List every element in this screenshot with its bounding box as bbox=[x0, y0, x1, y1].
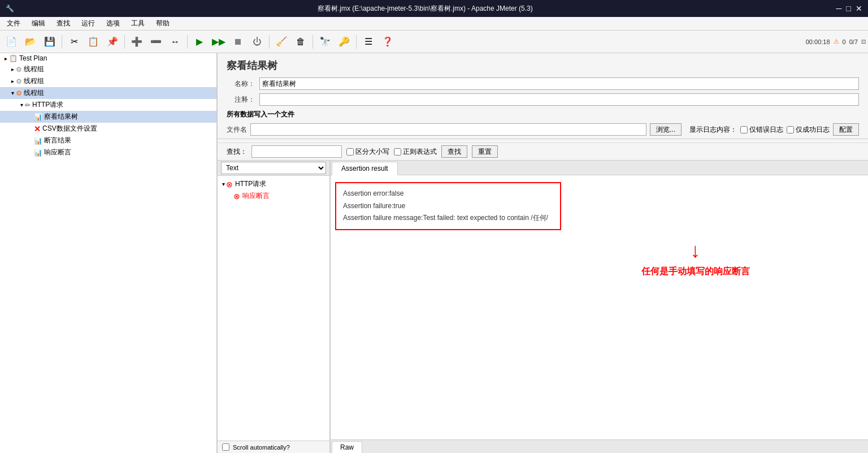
sidebar-item-httprequest[interactable]: ▾ ✏ HTTP请求 bbox=[0, 99, 216, 111]
sidebar-item-responseassertion[interactable]: ▸ 📊 响应断言 bbox=[0, 146, 216, 158]
error-log-label: 仅错误日志 bbox=[749, 125, 783, 135]
name-row: 名称： bbox=[218, 76, 868, 92]
sidebar-item-threadgroup2[interactable]: ▸ ⚙ 线程组 bbox=[0, 75, 216, 87]
tab-raw[interactable]: Raw bbox=[332, 441, 362, 453]
threadgroup3-icon: ⚙ bbox=[16, 89, 22, 97]
browse-button[interactable]: 浏览... bbox=[650, 123, 682, 136]
annotation-arrow-icon: ↓ bbox=[691, 238, 701, 262]
expand-threadgroup1[interactable]: ▸ bbox=[9, 66, 16, 72]
collapse-button[interactable]: ➖ bbox=[147, 33, 165, 51]
expand-testplan[interactable]: ▸ bbox=[2, 55, 9, 62]
shutdown-button[interactable]: ⏻ bbox=[248, 33, 266, 51]
cut-button[interactable]: ✂ bbox=[65, 33, 83, 51]
assertion-line-3: Assertion failure message:Test failed: t… bbox=[343, 212, 553, 225]
success-log-checkbox[interactable] bbox=[787, 126, 794, 133]
new-button[interactable]: 📄 bbox=[2, 33, 20, 51]
result-tree-dropdown[interactable]: Text RegExp Tester CSS/JQuery Tester XPa… bbox=[221, 162, 326, 174]
run-button[interactable]: ▶ bbox=[190, 33, 209, 51]
menu-file[interactable]: 文件 bbox=[2, 18, 25, 29]
error-log-checkbox[interactable] bbox=[740, 126, 748, 133]
run-no-pause-button[interactable]: ▶▶ bbox=[210, 33, 228, 51]
assertion-error-icon: ⊗ bbox=[233, 192, 240, 201]
detail-tabs: Assertion result bbox=[331, 161, 868, 175]
sidebar-item-threadgroup1[interactable]: ▸ ⚙ 线程组 bbox=[0, 63, 216, 75]
paste-button[interactable]: 📌 bbox=[103, 33, 121, 51]
maximize-button[interactable]: □ bbox=[847, 4, 851, 13]
file-input[interactable] bbox=[250, 123, 646, 136]
httprequest-icon: ✏ bbox=[25, 101, 31, 109]
save-button[interactable]: 💾 bbox=[41, 33, 59, 51]
success-log-label: 仅成功日志 bbox=[796, 125, 830, 135]
error-counter: 0 bbox=[843, 38, 846, 45]
threadgroup2-icon: ⚙ bbox=[16, 77, 22, 85]
expand-threadgroup2[interactable]: ▸ bbox=[9, 78, 16, 84]
close-button[interactable]: ✕ bbox=[856, 4, 862, 13]
file-row: 文件名 浏览... 显示日志内容： 仅错误日志 仅成功日志 配置 bbox=[218, 122, 868, 137]
name-input[interactable] bbox=[259, 77, 859, 90]
expand-threadgroup3[interactable]: ▾ bbox=[9, 90, 16, 96]
case-sensitive-checkbox[interactable] bbox=[346, 148, 354, 156]
config-button[interactable]: 配置 bbox=[833, 123, 859, 136]
open-button[interactable]: 📂 bbox=[21, 33, 40, 51]
panel-title: 察看结果树 bbox=[218, 53, 868, 76]
http-error-icon: ⊗ bbox=[226, 180, 233, 189]
search-button[interactable]: 查找 bbox=[441, 145, 467, 158]
divider bbox=[218, 139, 868, 139]
regex-label[interactable]: 正则表达式 bbox=[394, 147, 437, 157]
threadgroup1-label: 线程组 bbox=[24, 64, 44, 74]
expand-httprequest[interactable]: ▾ bbox=[18, 102, 25, 108]
resize-handle[interactable]: ⊡ bbox=[861, 38, 866, 45]
menu-run[interactable]: 运行 bbox=[77, 18, 99, 29]
warning-icon: ⚠ bbox=[834, 38, 839, 45]
copy-button[interactable]: 📋 bbox=[84, 33, 102, 51]
success-log-checkbox-label[interactable]: 仅成功日志 bbox=[787, 125, 830, 135]
assertion-line-1: Assertion error:false bbox=[343, 188, 553, 200]
comment-input[interactable] bbox=[259, 93, 859, 106]
help-button[interactable]: ❓ bbox=[379, 33, 397, 51]
menu-edit[interactable]: 编辑 bbox=[27, 18, 50, 29]
stop-button[interactable]: ⏹ bbox=[229, 33, 247, 51]
search-label: 查找： bbox=[227, 147, 247, 157]
expand-http-icon[interactable]: ▾ bbox=[222, 181, 225, 187]
case-sensitive-label[interactable]: 区分大小写 bbox=[346, 147, 389, 157]
regex-checkbox[interactable] bbox=[394, 148, 401, 156]
result-tree-header: Text RegExp Tester CSS/JQuery Tester XPa… bbox=[218, 161, 329, 176]
result-item-responseassertion[interactable]: ⊗ 响应断言 bbox=[218, 190, 329, 202]
scroll-checkbox[interactable] bbox=[222, 443, 229, 451]
toolbar-separator-4 bbox=[269, 35, 270, 49]
sidebar-item-viewresulttree[interactable]: ▸ 📊 察看结果树 bbox=[0, 111, 216, 123]
enable-button[interactable]: ↔ bbox=[166, 33, 184, 51]
threadgroup1-icon: ⚙ bbox=[16, 66, 22, 74]
name-label: 名称： bbox=[227, 79, 255, 89]
csvconfig-label: CSV数据文件设置 bbox=[42, 124, 97, 133]
sidebar-item-assertionresult[interactable]: ▸ 📊 断言结果 bbox=[0, 135, 216, 146]
tab-assertion-result[interactable]: Assertion result bbox=[332, 162, 398, 175]
annotation-area: ↓ 任何是手动填写的响应断言 bbox=[527, 238, 863, 278]
menu-options[interactable]: 选项 bbox=[102, 18, 124, 29]
sidebar-item-threadgroup3[interactable]: ▾ ⚙ 线程组 bbox=[0, 87, 216, 99]
sidebar-item-testplan[interactable]: ▸ 📋 Test Plan bbox=[0, 53, 216, 63]
menu-help[interactable]: 帮助 bbox=[151, 18, 174, 29]
search-input[interactable] bbox=[251, 145, 342, 158]
threadgroup3-label: 线程组 bbox=[24, 88, 44, 98]
expand-button[interactable]: ➕ bbox=[128, 33, 146, 51]
reset-button[interactable]: 重置 bbox=[472, 145, 498, 158]
minimize-button[interactable]: ─ bbox=[836, 4, 842, 13]
error-log-checkbox-label[interactable]: 仅错误日志 bbox=[740, 125, 783, 135]
menu-tools[interactable]: 工具 bbox=[127, 18, 149, 29]
scroll-label: Scroll automatically? bbox=[233, 444, 290, 451]
key-button[interactable]: 🔑 bbox=[335, 33, 353, 51]
list-button[interactable]: ☰ bbox=[359, 33, 377, 51]
split-pane: Text RegExp Tester CSS/JQuery Tester XPa… bbox=[218, 160, 868, 453]
binoculars-button[interactable]: 🔭 bbox=[316, 33, 334, 51]
menu-find[interactable]: 查找 bbox=[52, 18, 75, 29]
title-bar-icon: 🔧 bbox=[6, 5, 14, 12]
result-item-httprequest[interactable]: ▾ ⊗ HTTP请求 bbox=[218, 178, 329, 190]
clear-button[interactable]: 🧹 bbox=[272, 33, 290, 51]
csvconfig-icon: ✕ bbox=[34, 124, 41, 133]
responseassertion-label: 响应断言 bbox=[44, 148, 71, 157]
toolbar-separator-2 bbox=[124, 35, 125, 49]
toolbar-separator-5 bbox=[313, 35, 313, 49]
sidebar-item-csvconfig[interactable]: ▸ ✕ CSV数据文件设置 bbox=[0, 123, 216, 135]
clear-all-button[interactable]: 🗑 bbox=[292, 33, 310, 51]
